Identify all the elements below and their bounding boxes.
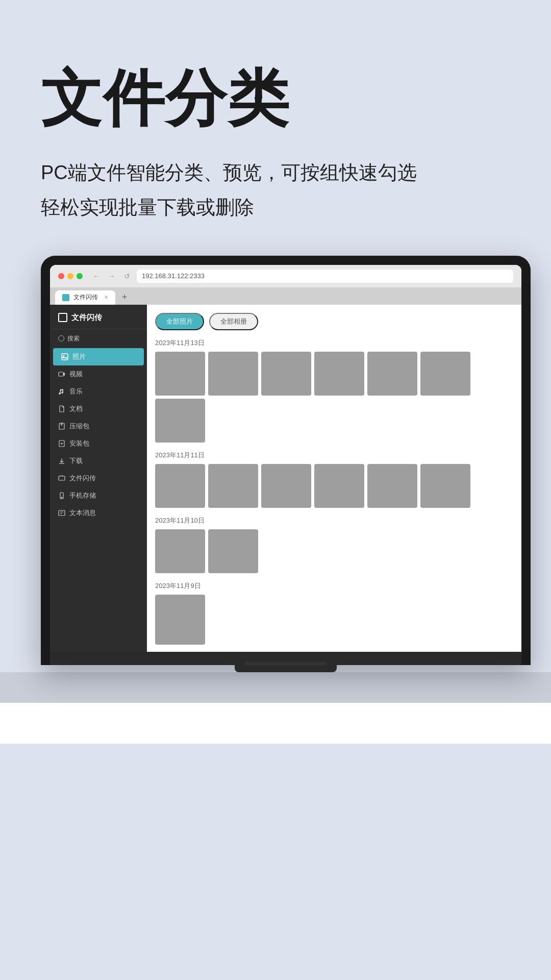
subtitle-line1: PC端文件智能分类、预览，可按组快速勾选 [41,162,417,183]
photo-grid-3 [155,529,513,573]
sidebar-item-download[interactable]: 下载 [50,452,147,470]
laptop-outer: ← → ↺ 192.168.31.122:2333 文件闪传 ✕ + [41,256,531,665]
svg-point-7 [61,497,62,498]
photo-thumb[interactable] [155,352,205,396]
page-title: 文件分类 [41,61,510,135]
phone-label: 手机存储 [69,491,96,500]
bottom-bar [0,672,551,703]
date-section-1: 2023年11月13日 [155,338,513,443]
photo-thumb[interactable] [155,529,205,573]
sidebar: 文件闪传 搜索 照片 视频 [50,305,147,652]
flash-label: 文件闪传 [69,474,96,483]
apk-icon [58,440,65,447]
svg-rect-2 [59,372,63,376]
refresh-button[interactable]: ↺ [121,271,133,282]
photo-grid-2 [155,464,513,508]
tab-bar: 文件闪传 ✕ + [50,287,521,305]
sidebar-item-apk[interactable]: 安装包 [50,435,147,452]
photo-thumb[interactable] [155,595,205,645]
sidebar-header: 文件闪传 [50,305,147,329]
photo-thumb[interactable] [208,352,258,396]
date-label-1: 2023年11月13日 [155,338,513,348]
svg-rect-0 [62,354,68,360]
sidebar-item-zip[interactable]: 压缩包 [50,418,147,435]
photo-thumb[interactable] [208,464,258,508]
tab-title: 文件闪传 [73,293,98,302]
svg-point-1 [63,355,65,356]
date-label-2: 2023年11月11日 [155,451,513,460]
title-section: 文件分类 PC端文件智能分类、预览，可按组快速勾选 轻松实现批量下载或删除 [41,61,510,225]
browser-dots [58,273,83,279]
sidebar-item-photos[interactable]: 照片 [53,348,144,365]
music-icon [58,388,65,395]
subtitle: PC端文件智能分类、预览，可按组快速勾选 轻松实现批量下载或删除 [41,155,510,225]
maximize-dot [77,273,83,279]
music-label: 音乐 [69,387,83,396]
photos-label: 照片 [72,352,86,361]
photo-thumb[interactable] [155,464,205,508]
browser-nav: ← → ↺ [91,271,133,282]
search-row[interactable]: 搜索 [50,329,147,348]
back-button[interactable]: ← [91,271,102,282]
main-area: 全部照片 全部相册 2023年11月13日 [147,305,521,652]
all-photos-button[interactable]: 全部照片 [155,313,204,330]
photo-thumb[interactable] [155,399,205,443]
flash-icon [58,475,65,482]
close-dot [58,273,64,279]
zip-label: 压缩包 [69,422,89,431]
date-section-3: 2023年11月10日 [155,516,513,573]
subtitle-line2: 轻松实现批量下载或删除 [41,197,254,218]
svg-rect-8 [59,510,65,516]
sidebar-item-videos[interactable]: 视频 [50,365,147,383]
new-tab-button[interactable]: + [117,290,132,305]
photos-icon [61,353,68,360]
svg-rect-5 [59,476,65,480]
minimize-dot [67,273,73,279]
videos-icon [58,371,65,378]
date-section-4: 2023年11月9日 [155,581,513,645]
download-icon [58,457,65,464]
photo-grid-4 [155,595,513,645]
sidebar-item-flash[interactable]: 文件闪传 [50,470,147,487]
sidebar-item-music[interactable]: 音乐 [50,383,147,400]
videos-label: 视频 [69,370,83,379]
date-section-2: 2023年11月11日 [155,451,513,508]
photo-grid-1 [155,352,513,443]
laptop-screen: ← → ↺ 192.168.31.122:2333 文件闪传 ✕ + [50,265,521,652]
tab-close-button[interactable]: ✕ [104,295,108,300]
address-bar[interactable]: 192.168.31.122:2333 [137,270,513,283]
all-albums-button[interactable]: 全部相册 [209,313,258,330]
laptop-stand [235,665,337,672]
photo-thumb[interactable] [420,464,470,508]
filter-bar: 全部照片 全部相册 [155,313,513,330]
active-tab[interactable]: 文件闪传 ✕ [55,290,115,305]
download-label: 下载 [69,456,83,465]
photo-thumb[interactable] [420,352,470,396]
tab-icon [62,294,69,301]
photo-thumb[interactable] [261,352,311,396]
phone-icon [58,492,65,499]
text-icon [58,509,65,517]
search-label: 搜索 [67,334,80,343]
address-text: 192.168.31.122:2333 [142,272,205,280]
docs-label: 文档 [69,404,83,413]
photo-thumb[interactable] [367,352,417,396]
laptop-base [50,652,521,665]
white-section [0,703,551,744]
forward-button[interactable]: → [106,271,117,282]
docs-icon [58,405,65,412]
app-content: 文件闪传 搜索 照片 视频 [50,305,521,652]
photo-thumb[interactable] [261,464,311,508]
sidebar-item-text[interactable]: 文本消息 [50,504,147,522]
browser-bar: ← → ↺ 192.168.31.122:2333 [50,265,521,287]
photo-thumb[interactable] [208,529,258,573]
photo-thumb[interactable] [314,352,364,396]
sidebar-item-docs[interactable]: 文档 [50,400,147,418]
date-label-3: 2023年11月10日 [155,516,513,525]
photo-thumb[interactable] [314,464,364,508]
search-icon [58,335,64,341]
date-label-4: 2023年11月9日 [155,581,513,591]
photo-thumb[interactable] [367,464,417,508]
app-icon [58,313,67,322]
sidebar-item-phone[interactable]: 手机存储 [50,487,147,504]
